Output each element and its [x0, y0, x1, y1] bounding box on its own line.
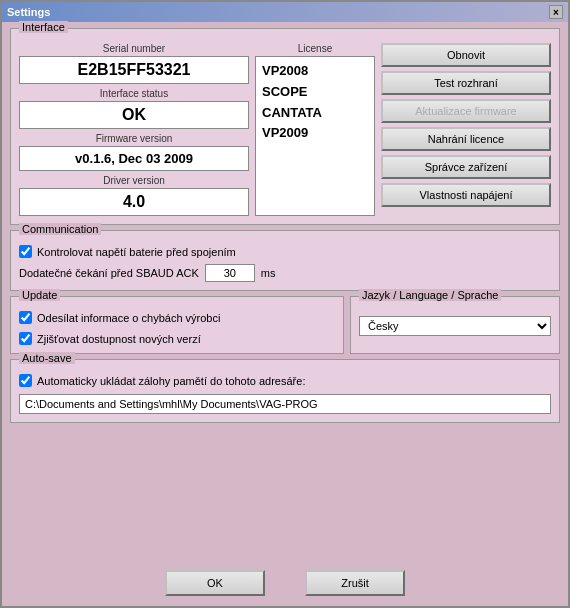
check-versions-label: Zjišťovat dostupnost nových verzí — [37, 333, 201, 345]
send-errors-row: Odesílat informace o chybách výrobci — [19, 311, 335, 324]
driver-version-label: Driver version — [103, 175, 165, 186]
firmware-version-field: Firmware version v0.1.6, Dec 03 2009 — [19, 133, 249, 171]
serial-number-field: Serial number E2B15FF53321 — [19, 43, 249, 84]
license-line-2: SCOPE — [262, 82, 368, 103]
check-battery-row: Kontrolovat napětí baterie před spojením — [19, 245, 551, 258]
interface-status-value: OK — [19, 101, 249, 129]
check-battery-label: Kontrolovat napětí baterie před spojením — [37, 246, 236, 258]
license-line-3: CANTATA — [262, 103, 368, 124]
communication-content: Kontrolovat napětí baterie před spojením… — [19, 245, 551, 282]
license-line-1: VP2008 — [262, 61, 368, 82]
autosave-content: Automaticky ukládat zálohy pamětí do toh… — [19, 374, 551, 414]
main-content: Interface Serial number E2B15FF53321 Int… — [2, 22, 568, 562]
license-label: License — [255, 43, 375, 54]
interface-left-panel: Serial number E2B15FF53321 Interface sta… — [19, 43, 249, 216]
language-group-label: Jazyk / Language / Sprache — [359, 289, 501, 301]
interface-group: Interface Serial number E2B15FF53321 Int… — [10, 28, 560, 225]
spravce-button[interactable]: Správce zařízení — [381, 155, 551, 179]
autosave-checkbox[interactable] — [19, 374, 32, 387]
autosave-group-label: Auto-save — [19, 352, 75, 364]
interface-buttons: Obnovit Test rozhraní Aktualizace firmwa… — [381, 43, 551, 216]
firmware-version-label: Firmware version — [96, 133, 173, 144]
firmware-version-value: v0.1.6, Dec 03 2009 — [19, 146, 249, 171]
wait-label: Dodatečné čekání před SBAUD ACK — [19, 267, 199, 279]
update-group: Update Odesílat informace o chybách výro… — [10, 296, 344, 354]
wait-row: Dodatečné čekání před SBAUD ACK ms — [19, 264, 551, 282]
update-group-label: Update — [19, 289, 60, 301]
interface-group-label: Interface — [19, 21, 68, 33]
wait-input[interactable] — [205, 264, 255, 282]
ok-button[interactable]: OK — [165, 570, 265, 596]
cancel-button[interactable]: Zrušit — [305, 570, 405, 596]
autosave-path-input[interactable] — [19, 394, 551, 414]
autosave-checkbox-row: Automaticky ukládat zálohy pamětí do toh… — [19, 374, 551, 387]
autosave-group: Auto-save Automaticky ukládat zálohy pam… — [10, 359, 560, 423]
license-line-4: VP2009 — [262, 123, 368, 144]
communication-group-label: Communication — [19, 223, 101, 235]
vlastnosti-button[interactable]: Vlastnosti napájení — [381, 183, 551, 207]
close-button[interactable]: × — [549, 5, 563, 19]
footer: OK Zrušit — [2, 562, 568, 606]
interface-status-label: Interface status — [100, 88, 168, 99]
autosave-label: Automaticky ukládat zálohy pamětí do toh… — [37, 375, 305, 387]
obnovit-button[interactable]: Obnovit — [381, 43, 551, 67]
title-bar: Settings × — [2, 2, 568, 22]
nahrani-button[interactable]: Nahrání licence — [381, 127, 551, 151]
update-language-row: Update Odesílat informace o chybách výro… — [10, 296, 560, 354]
aktualizace-button[interactable]: Aktualizace firmware — [381, 99, 551, 123]
send-errors-label: Odesílat informace o chybách výrobci — [37, 312, 220, 324]
check-versions-checkbox[interactable] — [19, 332, 32, 345]
language-select[interactable]: Česky English Deutsch — [359, 316, 551, 336]
license-value: VP2008 SCOPE CANTATA VP2009 — [255, 56, 375, 216]
check-versions-row: Zjišťovat dostupnost nových verzí — [19, 332, 335, 345]
window-title: Settings — [7, 6, 50, 18]
settings-window: Settings × Interface Serial number E2B15… — [0, 0, 570, 608]
communication-group: Communication Kontrolovat napětí baterie… — [10, 230, 560, 291]
driver-version-field: Driver version 4.0 — [19, 175, 249, 216]
serial-number-value: E2B15FF53321 — [19, 56, 249, 84]
wait-unit: ms — [261, 267, 276, 279]
send-errors-checkbox[interactable] — [19, 311, 32, 324]
license-panel: License VP2008 SCOPE CANTATA VP2009 — [255, 43, 375, 216]
check-battery-checkbox[interactable] — [19, 245, 32, 258]
interface-status-field: Interface status OK — [19, 88, 249, 129]
driver-version-value: 4.0 — [19, 188, 249, 216]
serial-number-label: Serial number — [103, 43, 165, 54]
language-group: Jazyk / Language / Sprache Česky English… — [350, 296, 560, 354]
test-button[interactable]: Test rozhraní — [381, 71, 551, 95]
